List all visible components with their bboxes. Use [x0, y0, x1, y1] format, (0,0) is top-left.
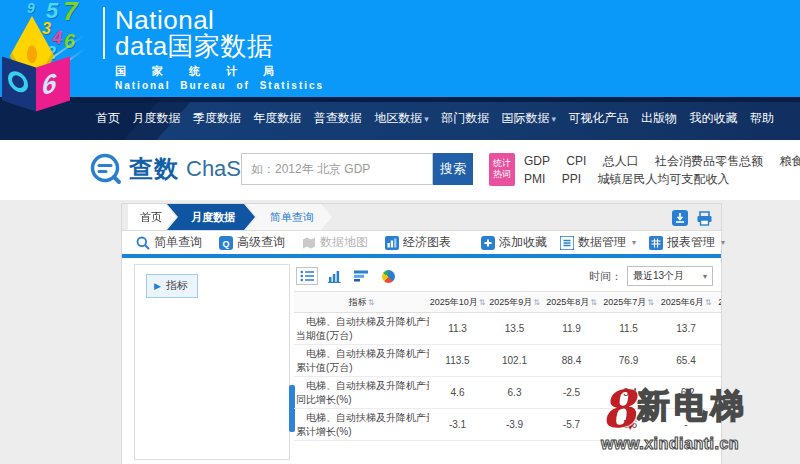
column-header-indicator[interactable]: 指标⇅: [294, 292, 429, 313]
hot-word-link[interactable]: 城镇居民人均可支配收入: [597, 172, 729, 186]
report-manage-button[interactable]: 报表管理 ▾: [649, 234, 725, 251]
nav-item-international[interactable]: 国际数据▾: [502, 110, 557, 127]
magnifier-icon: [136, 236, 150, 250]
nav-item-favorites[interactable]: 我的收藏: [689, 110, 737, 127]
cell-value: 13.7: [657, 313, 715, 345]
hot-word-link[interactable]: PPI: [562, 172, 581, 186]
time-range-select[interactable]: 最近13个月 ▾: [627, 266, 713, 286]
tab-monthly-data[interactable]: 月度数据: [167, 204, 255, 230]
row-label: 电梯、自动扶梯及升降机产量当期值(万台): [294, 313, 429, 345]
table-row: 电梯、自动扶梯及升降机产量当期值(万台) 11.3 13.5 11.9 11.5…: [294, 313, 721, 345]
cell-value: -2.5: [543, 377, 600, 409]
search-band: 查数ChaShu 搜索 统计 热词 GDP CPI 总人口 社会消费品零售总额 …: [0, 140, 800, 200]
data-table: 指标⇅ 2025年10月⇅ 2025年9月⇅ 2025年8月⇅ 2025年7月⇅…: [294, 291, 721, 441]
tab-home[interactable]: 首页: [128, 204, 176, 230]
cell-value: 11.9: [543, 313, 600, 345]
nav-item-publications[interactable]: 出版物: [641, 110, 677, 127]
chart-icon: [385, 236, 399, 250]
chashu-title-cn: 查数: [129, 153, 179, 185]
nav-item-annual[interactable]: 年度数据: [253, 110, 301, 127]
hbar-chart-view-icon[interactable]: [350, 267, 372, 285]
hot-word-link[interactable]: PMI: [524, 172, 545, 186]
data-manage-button[interactable]: 数据管理 ▾: [560, 234, 636, 251]
simple-query-button[interactable]: 简单查询: [136, 234, 202, 251]
breadcrumb-tabs: 首页 月度数据 简单查询: [122, 204, 721, 231]
decor-digit: 1: [29, 26, 38, 46]
nav-item-quarterly[interactable]: 季度数据: [193, 110, 241, 127]
cell-value: 4.6: [429, 377, 486, 409]
indicator-toggle-button[interactable]: ▶ 指标: [146, 274, 198, 298]
decor-digit: 3: [42, 20, 51, 38]
decor-digit: 4: [52, 28, 62, 49]
hot-word-link[interactable]: GDP: [524, 154, 550, 168]
cell-value: -5.7: [543, 409, 600, 441]
search-button[interactable]: 搜索: [433, 153, 473, 185]
cell-value: 113.5: [429, 345, 486, 377]
tab-simple-query[interactable]: 简单查询: [246, 204, 332, 230]
view-controls: 时间： 最近13个月 ▾: [294, 258, 721, 286]
search-input[interactable]: [241, 153, 433, 185]
table-area: 时间： 最近13个月 ▾ 指标⇅ 2025年10月⇅: [294, 258, 721, 464]
advanced-query-icon: Q: [219, 236, 233, 250]
hot-words-badge: 统计 热词: [489, 153, 515, 186]
nav-item-regional[interactable]: 地区数据▾: [374, 110, 429, 127]
map-icon: [302, 236, 316, 250]
decor-digit: 7: [63, 0, 77, 27]
column-header-month[interactable]: 2025年7月⇅: [600, 292, 657, 313]
column-header-month[interactable]: 2025年10月⇅: [429, 292, 486, 313]
table-view-icon[interactable]: [296, 267, 318, 285]
hot-word-link[interactable]: 粮食产量: [779, 154, 800, 168]
nav-topline: [0, 97, 800, 102]
add-favorite-button[interactable]: 添加收藏: [481, 234, 547, 251]
column-header-month[interactable]: 2025年5月⇅: [715, 292, 721, 313]
plus-icon: [481, 236, 495, 250]
search-form: 搜索: [241, 153, 473, 185]
sort-icon: ⇅: [647, 298, 654, 307]
nav-item-home[interactable]: 首页: [96, 110, 120, 127]
sort-icon: ⇅: [533, 298, 540, 307]
query-toolbar: 简单查询 Q 高级查询 数据地图: [122, 231, 721, 254]
list-icon: [560, 236, 574, 250]
sort-icon: ⇅: [590, 298, 597, 307]
pie-chart-view-icon[interactable]: [377, 267, 399, 285]
print-icon[interactable]: [696, 209, 713, 226]
cell-value: -6.2: [657, 377, 715, 409]
chevron-down-icon: ▾: [632, 238, 636, 247]
chevron-down-icon: ▾: [552, 114, 557, 124]
nav-item-visualization[interactable]: 可视化产品: [569, 110, 629, 127]
column-header-month[interactable]: 2025年6月⇅: [657, 292, 715, 313]
chevron-down-icon: ▾: [703, 272, 707, 281]
cell-value: 13.5: [486, 313, 543, 345]
bar-chart-view-icon[interactable]: [323, 267, 345, 285]
hot-word-link[interactable]: CPI: [566, 154, 586, 168]
data-map-button[interactable]: 数据地图: [302, 234, 368, 251]
column-header-month[interactable]: 2025年9月⇅: [486, 292, 543, 313]
chevron-down-icon: ▾: [424, 114, 429, 124]
svg-text:Q: Q: [222, 238, 229, 248]
query-content: ▶ 指标: [122, 258, 721, 464]
decor-digit: 6: [64, 30, 75, 53]
brand-subtitle-cn: 国家统计局: [103, 64, 324, 79]
cell-value: -3.1: [429, 409, 486, 441]
nav-item-department[interactable]: 部门数据: [441, 110, 489, 127]
brand-title: National data国家数据: [103, 7, 324, 59]
cell-value: 88.4: [543, 345, 600, 377]
hot-word-link[interactable]: 社会消费品零售总额: [655, 154, 763, 168]
download-icon[interactable]: [671, 209, 688, 226]
econ-charts-button[interactable]: 经济图表: [385, 234, 451, 251]
hot-word-link[interactable]: 总人口: [603, 154, 639, 168]
nav-item-census[interactable]: 普查数据: [314, 110, 362, 127]
chevron-down-icon: ▾: [721, 238, 725, 247]
table-row: 电梯、自动扶梯及升降机产量累计值(万台) 113.5 102.1 88.4 76…: [294, 345, 721, 377]
page: 9 5 7 3 4 6 1 2 6 National data国家数据 国家统计…: [0, 0, 800, 464]
cell-value: -5.6: [600, 409, 657, 441]
nav-item-help[interactable]: 帮助: [750, 110, 774, 127]
hot-words: GDP CPI 总人口 社会消费品零售总额 粮食产量 PMI PPI 城镇居民人…: [524, 152, 800, 188]
nav-item-monthly[interactable]: 月度数据: [132, 110, 180, 127]
column-header-month[interactable]: 2025年8月⇅: [543, 292, 600, 313]
cell-value: 5: [715, 345, 721, 377]
grid-icon: [649, 236, 663, 250]
advanced-query-button[interactable]: Q 高级查询: [219, 234, 285, 251]
cell-value: -3.4: [600, 377, 657, 409]
row-label: 电梯、自动扶梯及升降机产量累计增长(%): [294, 409, 429, 441]
